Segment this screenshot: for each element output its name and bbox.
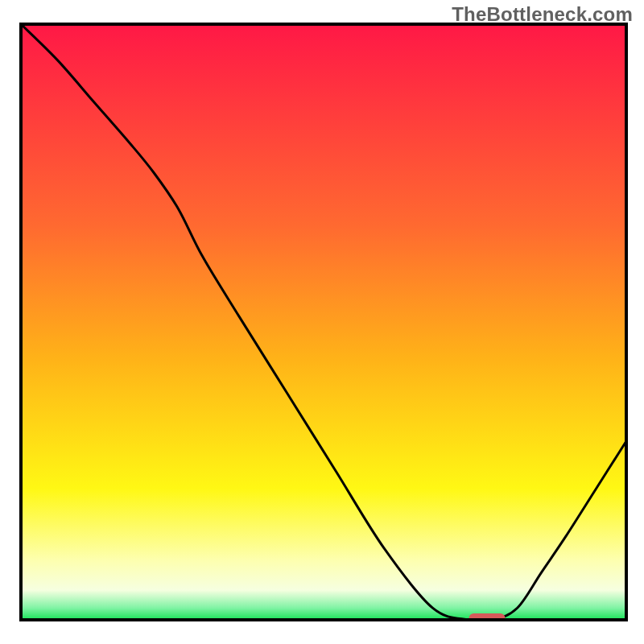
chart-svg bbox=[0, 0, 644, 644]
watermark-text: TheBottleneck.com bbox=[452, 3, 633, 26]
bottleneck-chart: { "watermark": "TheBottleneck.com", "col… bbox=[0, 0, 644, 644]
heat-background bbox=[21, 24, 626, 620]
